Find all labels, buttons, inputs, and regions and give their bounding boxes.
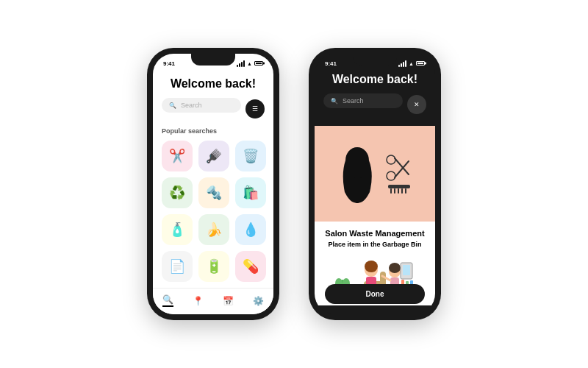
detail-subtitle: Place item in the Garbage Bin (325, 241, 425, 248)
status-time-1: 9:41 (163, 60, 175, 67)
svg-rect-10 (401, 188, 403, 194)
search-row-1: 🔍 Search ☰ (162, 98, 265, 120)
detail-info: Salon Waste Management Place item in the… (315, 222, 435, 252)
welcome-title-1: Welcome back! (162, 77, 265, 91)
list-item[interactable]: ♻️ (162, 177, 193, 208)
battery-1 (254, 61, 263, 66)
signal-1 (237, 60, 245, 67)
hero-content (337, 144, 413, 203)
svg-rect-6 (388, 185, 410, 188)
status-icons-1: ▲ (237, 60, 263, 67)
battery-2 (416, 61, 425, 66)
wifi-1: ▲ (247, 61, 252, 66)
hair-silhouette-icon (337, 144, 378, 203)
filter-icon-2: ✕ (414, 101, 420, 108)
status-time-2: 9:41 (325, 60, 337, 67)
search-icon-1: 🔍 (169, 102, 176, 109)
svg-rect-1 (354, 171, 362, 178)
svg-rect-8 (394, 188, 395, 194)
wifi-2: ▲ (409, 61, 414, 66)
notch-1 (191, 54, 235, 66)
svg-point-3 (387, 171, 395, 180)
nav-location-icon[interactable]: 📍 (193, 296, 204, 306)
phone-2: 9:41 ▲ Welcome back! 🔍 Search (309, 48, 441, 320)
svg-rect-7 (390, 188, 392, 194)
svg-line-5 (395, 161, 409, 177)
svg-point-21 (389, 263, 401, 273)
search-bar-1[interactable]: 🔍 Search (162, 98, 241, 113)
done-button-container: Done (325, 284, 425, 304)
nav-calendar-icon[interactable]: 📅 (223, 296, 234, 306)
list-item[interactable]: 🛍️ (235, 177, 266, 208)
welcome-title-2: Welcome back! (323, 73, 426, 86)
list-item[interactable]: 🧴 (162, 214, 193, 245)
detail-title: Salon Waste Management (325, 229, 425, 238)
comb-icon (388, 185, 410, 194)
search-placeholder-1: Search (181, 102, 202, 109)
list-item[interactable]: 📄 (162, 251, 193, 282)
filter-button-1[interactable]: ☰ (245, 99, 265, 118)
list-item[interactable]: 🔋 (198, 251, 229, 282)
phone-1: 9:41 ▲ Welcome back! 🔍 Search (147, 48, 279, 320)
popular-label: Popular searches (162, 127, 265, 135)
bottom-nav-1: 🔍 📍 📅 ⚙️ (153, 288, 273, 314)
scissors-large-icon (385, 154, 413, 182)
filter-icon-1: ☰ (252, 105, 258, 113)
done-button[interactable]: Done (325, 284, 425, 304)
svg-point-2 (387, 155, 395, 164)
signal-2 (398, 60, 406, 67)
svg-line-4 (395, 158, 409, 174)
list-item[interactable]: 💊 (235, 251, 266, 282)
screen-content-1: Welcome back! 🔍 Search ☰ Popular searche… (153, 70, 273, 282)
svg-rect-11 (405, 188, 406, 194)
search-placeholder-2: Search (343, 97, 364, 105)
phone-1-screen: 9:41 ▲ Welcome back! 🔍 Search (153, 54, 273, 314)
phone-2-screen: 9:41 ▲ Welcome back! 🔍 Search (315, 54, 435, 314)
subtitle-prefix: Place item in the (328, 241, 382, 248)
search-row-2: 🔍 Search ✕ (323, 93, 426, 116)
icon-grid: ✂️ 🪮 🗑️ ♻️ 🔩 🛍️ 🧴 🍌 💧 📄 🔋 💊 (162, 141, 265, 282)
svg-rect-29 (403, 265, 410, 275)
status-icons-2: ▲ (398, 60, 425, 67)
svg-point-16 (365, 261, 378, 272)
list-item[interactable]: 🗑️ (235, 141, 266, 171)
list-item[interactable]: 🔩 (198, 177, 229, 208)
filter-button-2[interactable]: ✕ (407, 95, 426, 114)
list-item[interactable]: 💧 (235, 214, 266, 245)
scissors-decoration (385, 154, 413, 194)
list-item[interactable]: 🪮 (198, 141, 229, 171)
list-item[interactable]: ✂️ (162, 141, 193, 171)
subtitle-highlight: Garbage Bin (382, 241, 422, 248)
hero-banner (315, 126, 435, 222)
dark-header: Welcome back! 🔍 Search ✕ (315, 73, 435, 126)
notch-2 (353, 54, 397, 66)
nav-search-icon[interactable]: 🔍 (162, 294, 173, 307)
svg-rect-9 (398, 188, 399, 194)
list-item[interactable]: 🍌 (198, 214, 229, 245)
search-bar-2[interactable]: 🔍 Search (323, 93, 403, 108)
nav-settings-icon[interactable]: ⚙️ (253, 296, 264, 306)
search-icon-2: 🔍 (331, 98, 338, 105)
